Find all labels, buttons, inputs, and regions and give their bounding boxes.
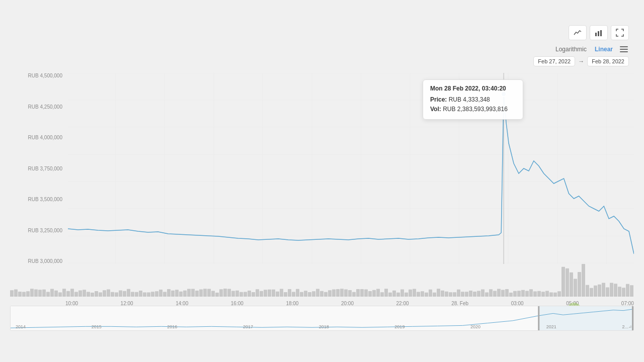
mini-chart[interactable]: 2014 2015 2016 2017 2018 2019 2020 2021 … xyxy=(10,306,634,331)
svg-rect-69 xyxy=(195,291,199,297)
svg-rect-49 xyxy=(115,293,118,297)
svg-rect-91 xyxy=(284,292,287,297)
page-wrapper: Logarithmic Linear Feb 27, 2022 → Feb 28… xyxy=(0,0,644,362)
line-chart-button[interactable] xyxy=(569,25,587,40)
svg-rect-85 xyxy=(260,291,263,297)
svg-rect-29 xyxy=(34,290,38,297)
svg-rect-141 xyxy=(485,293,489,297)
svg-rect-170 xyxy=(602,283,605,297)
svg-rect-151 xyxy=(525,291,529,297)
svg-rect-83 xyxy=(252,292,255,297)
svg-rect-118 xyxy=(392,291,396,297)
fullscreen-icon xyxy=(616,29,624,37)
svg-rect-177 xyxy=(630,285,633,297)
svg-rect-120 xyxy=(400,290,404,297)
svg-rect-47 xyxy=(107,290,110,297)
fullscreen-button[interactable] xyxy=(611,25,629,40)
svg-rect-52 xyxy=(127,289,130,297)
tooltip-price-value: RUB 4,333,348 xyxy=(449,96,490,103)
svg-rect-143 xyxy=(493,291,497,297)
svg-rect-155 xyxy=(541,292,545,297)
svg-rect-45 xyxy=(99,293,102,297)
svg-rect-55 xyxy=(139,291,142,297)
logarithmic-button[interactable]: Logarithmic xyxy=(553,45,589,54)
svg-rect-41 xyxy=(83,290,86,297)
svg-rect-153 xyxy=(533,292,537,297)
chart-area xyxy=(68,73,634,264)
svg-rect-105 xyxy=(340,289,344,297)
bar-chart-icon xyxy=(595,29,603,37)
svg-rect-78 xyxy=(231,291,235,297)
svg-rect-96 xyxy=(304,291,307,297)
date-to-picker[interactable]: Feb 28, 2022 xyxy=(587,56,629,66)
svg-rect-89 xyxy=(276,292,279,297)
svg-rect-154 xyxy=(537,291,541,297)
svg-rect-94 xyxy=(296,289,299,297)
y-label-3: RUB 4,000,000 xyxy=(10,135,65,140)
svg-rect-156 xyxy=(545,291,549,297)
svg-rect-125 xyxy=(421,291,424,297)
svg-rect-33 xyxy=(50,289,54,297)
svg-rect-48 xyxy=(111,292,114,297)
svg-rect-175 xyxy=(622,288,625,297)
svg-rect-82 xyxy=(248,291,251,297)
tooltip-vol-label: Vol: xyxy=(430,106,441,113)
svg-rect-50 xyxy=(119,291,122,297)
volume-svg xyxy=(10,261,634,297)
svg-rect-138 xyxy=(473,292,476,297)
svg-rect-139 xyxy=(477,291,480,297)
svg-rect-133 xyxy=(453,292,456,297)
svg-rect-158 xyxy=(553,293,557,297)
svg-rect-100 xyxy=(320,291,324,297)
mini-year-2014: 2014 xyxy=(16,324,26,329)
mini-year-2015: 2015 xyxy=(92,324,102,329)
svg-rect-73 xyxy=(211,291,215,297)
bar-chart-button[interactable] xyxy=(590,25,608,40)
svg-rect-40 xyxy=(78,291,82,297)
svg-rect-71 xyxy=(203,289,207,297)
svg-rect-123 xyxy=(413,289,416,297)
svg-rect-165 xyxy=(582,264,585,297)
svg-rect-25 xyxy=(18,292,22,297)
tooltip-vol-value: RUB 2,383,593,993,816 xyxy=(443,106,508,113)
volume-area xyxy=(10,261,634,297)
svg-rect-113 xyxy=(372,290,376,297)
y-label-2: RUB 4,250,000 xyxy=(10,104,65,110)
scale-menu-button[interactable] xyxy=(619,44,629,54)
svg-rect-124 xyxy=(417,292,420,297)
svg-rect-142 xyxy=(489,289,493,297)
svg-rect-27 xyxy=(26,291,30,297)
y-label-5: RUB 3,500,000 xyxy=(10,197,65,202)
svg-rect-115 xyxy=(380,292,384,297)
date-range-row: Feb 27, 2022 → Feb 28, 2022 xyxy=(533,56,629,66)
svg-rect-112 xyxy=(368,291,372,297)
y-axis: RUB 4,500,000 RUB 4,250,000 RUB 4,000,00… xyxy=(10,73,65,264)
svg-rect-161 xyxy=(566,268,569,297)
svg-rect-107 xyxy=(348,290,352,297)
svg-rect-169 xyxy=(598,285,601,297)
svg-rect-132 xyxy=(449,292,452,297)
y-label-6: RUB 3,250,000 xyxy=(10,228,65,233)
svg-rect-172 xyxy=(610,283,613,297)
svg-rect-43 xyxy=(91,293,94,297)
date-from-picker[interactable]: Feb 27, 2022 xyxy=(533,56,575,66)
linear-button[interactable]: Linear xyxy=(593,45,615,54)
svg-rect-101 xyxy=(324,292,328,297)
svg-rect-114 xyxy=(376,289,380,297)
svg-rect-121 xyxy=(405,293,408,297)
svg-rect-167 xyxy=(590,288,593,297)
svg-rect-171 xyxy=(606,288,609,297)
svg-rect-77 xyxy=(227,289,231,297)
svg-rect-70 xyxy=(199,290,203,297)
line-chart-icon xyxy=(574,29,582,37)
range-resize-handle[interactable]: ⊿ xyxy=(628,324,632,329)
svg-rect-148 xyxy=(513,291,517,297)
svg-rect-117 xyxy=(388,293,392,297)
svg-rect-23 xyxy=(10,290,14,297)
svg-rect-87 xyxy=(268,290,271,297)
svg-rect-60 xyxy=(159,290,163,297)
svg-rect-31 xyxy=(42,290,46,297)
date-range-arrow: → xyxy=(578,58,584,65)
svg-rect-159 xyxy=(557,291,561,297)
svg-rect-68 xyxy=(191,289,195,297)
